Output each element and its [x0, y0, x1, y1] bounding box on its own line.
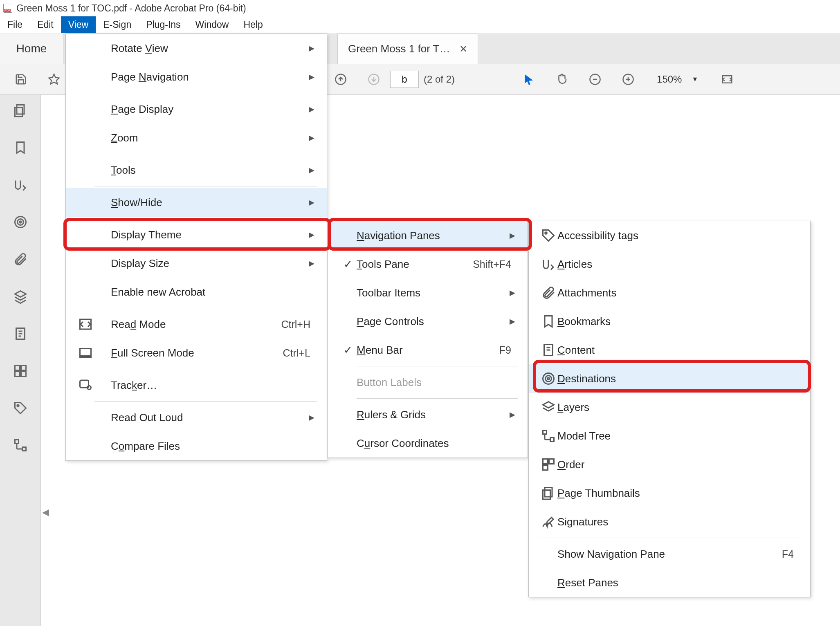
- svg-marker-42: [543, 402, 554, 408]
- menu-accessibility-tags[interactable]: Accessibility tags: [529, 221, 810, 250]
- document-tab[interactable]: Green Moss 1 for T… ✕: [337, 34, 478, 64]
- menu-help[interactable]: Help: [236, 16, 270, 33]
- menu-view[interactable]: View: [61, 16, 96, 33]
- menu-reset-panes[interactable]: Reset Panes: [529, 568, 810, 597]
- menu-signatures[interactable]: Signatures: [529, 507, 810, 536]
- zoom-in-button[interactable]: [619, 70, 637, 89]
- menu-content[interactable]: Content: [529, 336, 810, 364]
- chevron-down-icon: ▼: [692, 76, 698, 83]
- model-tree-icon[interactable]: [13, 438, 28, 453]
- menu-rulers-grids[interactable]: Rulers & Grids▶: [328, 400, 528, 429]
- submenu-arrow-icon: ▶: [309, 198, 314, 207]
- menu-tools[interactable]: Tools▶: [66, 156, 327, 184]
- page-down-button[interactable]: [364, 70, 383, 89]
- pages-icon[interactable]: [13, 103, 28, 118]
- star-button[interactable]: [45, 70, 63, 89]
- menu-display-theme[interactable]: Display Theme▶: [66, 220, 327, 249]
- menu-show-nav-pane[interactable]: Show Navigation PaneF4: [529, 540, 810, 568]
- home-tab[interactable]: Home: [0, 34, 63, 64]
- check-icon: ✓: [344, 258, 353, 271]
- signature-icon: [541, 514, 556, 529]
- menu-page-thumbnails[interactable]: Page Thumbnails: [529, 479, 810, 507]
- svg-rect-23: [15, 372, 20, 377]
- menu-read-mode[interactable]: Read ModeCtrl+H: [66, 310, 327, 339]
- navigation-sidebar: [0, 95, 41, 626]
- page-number-input[interactable]: [390, 71, 419, 88]
- menu-tools-pane[interactable]: ✓Tools PaneShift+F4: [328, 250, 528, 278]
- order-icon: [541, 457, 556, 472]
- svg-rect-30: [80, 319, 91, 329]
- menu-model-tree[interactable]: Model Tree: [529, 422, 810, 450]
- bookmark-icon[interactable]: [13, 140, 28, 155]
- submenu-arrow-icon: ▶: [309, 413, 314, 422]
- menu-rotate-view[interactable]: Rotate View▶: [66, 34, 327, 63]
- svg-point-35: [545, 232, 547, 234]
- content-icon[interactable]: [13, 326, 28, 341]
- menu-plugins[interactable]: Plug-Ins: [139, 16, 188, 33]
- menu-enable-new-acrobat[interactable]: Enable new Acrobat: [66, 278, 327, 306]
- submenu-arrow-icon: ▶: [309, 166, 314, 175]
- svg-rect-24: [21, 372, 26, 377]
- fit-width-button[interactable]: [718, 70, 736, 89]
- pdf-file-icon: [3, 4, 12, 13]
- svg-rect-50: [545, 488, 552, 497]
- tags-icon[interactable]: [13, 401, 28, 415]
- paperclip-icon: [541, 285, 556, 300]
- svg-rect-49: [543, 465, 548, 470]
- menu-layers[interactable]: Layers: [529, 393, 810, 422]
- menu-show-hide[interactable]: Show/Hide▶: [66, 188, 327, 217]
- menu-navigation-panes[interactable]: Navigation Panes▶: [328, 221, 528, 250]
- collapse-sidebar-icon[interactable]: ◀: [42, 507, 49, 518]
- svg-point-25: [17, 405, 19, 407]
- page-up-button[interactable]: [331, 70, 350, 89]
- menu-page-navigation[interactable]: Page Navigation▶: [66, 63, 327, 91]
- save-icon: [15, 73, 27, 85]
- menu-page-display[interactable]: Page Display▶: [66, 95, 327, 123]
- menu-page-controls[interactable]: Page Controls▶: [328, 307, 528, 336]
- menu-cursor-coordinates[interactable]: Cursor Coordinates: [328, 429, 528, 458]
- menu-display-size[interactable]: Display Size▶: [66, 249, 327, 278]
- plus-circle-icon: [622, 73, 634, 85]
- menu-attachments[interactable]: Attachments: [529, 278, 810, 307]
- submenu-arrow-icon: ▶: [510, 288, 515, 297]
- menu-window[interactable]: Window: [188, 16, 236, 33]
- hand-icon: [556, 73, 568, 85]
- menu-file[interactable]: File: [0, 16, 30, 33]
- menu-destinations[interactable]: Destinations: [529, 364, 810, 393]
- menu-order[interactable]: Order: [529, 450, 810, 479]
- svg-rect-44: [550, 438, 554, 442]
- menu-esign[interactable]: E-Sign: [96, 16, 139, 33]
- save-button[interactable]: [11, 70, 30, 89]
- order-icon[interactable]: [13, 363, 28, 378]
- arrow-down-circle-icon: [368, 73, 380, 85]
- tracker-icon: [78, 378, 93, 393]
- menu-menu-bar[interactable]: ✓Menu BarF9: [328, 336, 528, 364]
- hand-tool-button[interactable]: [553, 70, 571, 89]
- menu-bookmarks[interactable]: Bookmarks: [529, 307, 810, 336]
- submenu-arrow-icon: ▶: [309, 133, 314, 142]
- layers-icon[interactable]: [13, 289, 28, 304]
- menu-shortcut: Ctrl+H: [281, 319, 314, 330]
- menu-edit[interactable]: Edit: [30, 16, 61, 33]
- destinations-icon[interactable]: [13, 215, 28, 229]
- menu-tracker[interactable]: Tracker…: [66, 371, 327, 399]
- cursor-icon: [523, 73, 535, 85]
- svg-rect-32: [80, 356, 91, 357]
- menu-toolbar-items[interactable]: Toolbar Items▶: [328, 278, 528, 307]
- zoom-level-select[interactable]: 150% ▼: [657, 74, 698, 85]
- menu-articles[interactable]: Articles: [529, 250, 810, 278]
- attachments-icon[interactable]: [13, 252, 28, 267]
- close-icon[interactable]: ✕: [459, 43, 467, 55]
- full-screen-icon: [78, 346, 93, 360]
- svg-point-41: [548, 378, 550, 380]
- menu-read-out-loud[interactable]: Read Out Loud▶: [66, 403, 327, 432]
- menu-full-screen[interactable]: Full Screen ModeCtrl+L: [66, 339, 327, 367]
- menu-zoom[interactable]: Zoom▶: [66, 123, 327, 152]
- select-tool-button[interactable]: [519, 70, 538, 89]
- pages-icon: [541, 486, 556, 500]
- menu-compare-files[interactable]: Compare Files: [66, 432, 327, 460]
- zoom-out-button[interactable]: [586, 70, 604, 89]
- document-tab-label: Green Moss 1 for T…: [348, 43, 450, 55]
- articles-icon[interactable]: [13, 177, 28, 192]
- target-icon: [541, 371, 556, 386]
